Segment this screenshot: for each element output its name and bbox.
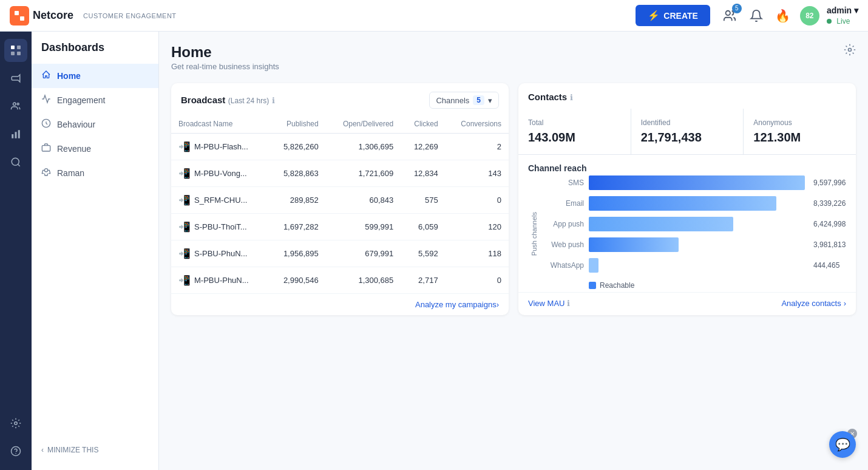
broadcast-row-icon: 📲 [178,221,191,233]
analyze-contacts-arrow: › [844,299,846,308]
broadcast-open-cell: 599,991 [326,214,401,240]
svg-rect-12 [15,132,17,138]
chart-row: Web push 3,981,813 [540,237,856,252]
broadcast-row-icon: 📲 [178,248,191,259]
broadcast-conversions-cell: 143 [446,160,509,187]
broadcast-published-cell: 5,826,260 [269,134,326,160]
contacts-card: Contacts ℹ Total 143.09M Identified 21,7… [518,83,856,315]
users-icon-wrapper[interactable]: 5 [720,6,739,26]
sidebar-item-behaviour[interactable]: Behaviour [32,112,158,137]
behaviour-icon [41,118,51,131]
channels-chevron-icon: ▾ [488,96,492,105]
broadcast-open-cell: 679,991 [326,240,401,267]
contacts-stats-grid: Total 143.09M Identified 21,791,438 Anon… [518,109,856,155]
chat-widget-button[interactable]: 💬 [829,431,856,458]
contacts-info-icon[interactable]: ℹ [570,93,573,102]
bars-area: SMS 9,597,996 Email 8,339,226 App push 6… [540,175,856,292]
total-label: Total [528,118,621,127]
broadcast-info-icon[interactable]: ℹ [272,96,275,105]
main-layout: Dashboards Home Engagement Behaviour [0,32,868,470]
reachable-legend-label: Reachable [600,281,634,290]
sidebar-item-revenue[interactable]: Revenue [32,137,158,161]
contact-stat-anonymous: Anonymous 121.30M [744,109,856,154]
svg-point-9 [13,103,16,106]
sidebar-item-behaviour-label: Behaviour [57,120,95,129]
chart-value: 6,424,998 [813,220,856,228]
svg-rect-7 [11,52,15,55]
col-published: Published [269,115,326,134]
broadcast-table-row: 📲 S-PBU-PhuN... 1,956,895 679,991 5,592 … [171,240,509,267]
chart-bar-container [589,258,805,273]
col-broadcast-name: Broadcast Name [171,115,269,134]
svg-rect-19 [42,146,50,151]
logo-icon [10,6,29,26]
minimize-label: MINIMIZE THIS [47,446,98,454]
logo[interactable]: Netcore [10,6,73,26]
sidebar-title: Dashboards [32,41,158,64]
broadcast-table-row: 📲 M-PBU-Vong... 5,828,863 1,721,609 12,8… [171,160,509,187]
sidebar-item-raman[interactable]: Raman [32,161,158,185]
anonymous-label: Anonymous [753,118,846,127]
sidebar-item-home[interactable]: Home [32,64,158,88]
channels-filter-button[interactable]: Channels 5 ▾ [429,92,499,109]
total-value: 143.09M [528,131,621,145]
broadcast-table-row: 📲 S_RFM-CHU... 289,852 60,843 575 0 [171,187,509,214]
col-open: Open/Delivered [326,115,401,134]
dashboard-grid: Broadcast (Last 24 hrs) ℹ Channels 5 ▾ B… [171,83,856,315]
contact-stat-identified: Identified 21,791,438 [631,109,744,154]
sidebar-icon-grid[interactable] [4,39,27,62]
sidebar-icon-support[interactable] [4,440,27,463]
minimize-button[interactable]: ‹ MINIMIZE THIS [32,440,108,460]
contacts-title-group: Contacts ℹ [528,92,573,103]
broadcast-name-cell: 📲 M-PBU-PhuN... [171,267,269,294]
top-navigation: Netcore CUSTOMER ENGAGEMENT ⚡ CREATE 5 🔥… [0,0,868,32]
chart-row: SMS 9,597,996 [540,175,856,190]
broadcast-table-row: 📲 M-PBU-Flash... 5,826,260 1,306,695 12,… [171,134,509,160]
sidebar-icon-search[interactable] [4,151,27,174]
broadcast-table: Broadcast Name Published Open/Delivered … [171,115,509,294]
broadcast-clicked-cell: 2,717 [401,267,445,294]
broadcast-published-cell: 1,956,895 [269,240,326,267]
svg-rect-6 [17,46,21,49]
analyze-contacts-link[interactable]: Analyze contacts › [781,299,846,308]
notification-icon-wrapper[interactable] [747,6,766,26]
admin-area[interactable]: admin ▾ Live [827,5,858,26]
broadcast-name-cell: 📲 S_RFM-CHU... [171,187,269,214]
broadcast-clicked-cell: 575 [401,187,445,214]
contact-stat-total: Total 143.09M [518,109,631,154]
page-settings-icon[interactable] [844,44,856,59]
sidebar-item-raman-label: Raman [57,168,84,178]
analyze-campaigns-link[interactable]: Analyze my campaigns › [171,294,509,315]
contacts-card-footer: View MAU ℹ Analyze contacts › [518,292,856,314]
chart-value: 3,981,813 [813,240,856,249]
sidebar-icon-people[interactable] [4,95,27,118]
chart-value: 444,465 [813,261,856,270]
broadcast-open-cell: 60,843 [326,187,401,214]
flame-icon-wrapper[interactable]: 🔥 [773,6,793,26]
svg-point-20 [44,169,47,172]
channel-reach-chart: Push channels SMS 9,597,996 Email 8,339,… [518,175,856,292]
chart-label: WhatsApp [540,261,584,270]
mau-info-icon[interactable]: ℹ [567,299,570,308]
score-badge[interactable]: 82 [800,6,819,26]
create-label: CREATE [663,11,698,21]
broadcast-row-icon: 📲 [178,194,191,206]
sidebar-item-engagement[interactable]: Engagement [32,88,158,112]
chart-bar [589,237,679,252]
contacts-title: Contacts [528,92,567,102]
product-label: CUSTOMER ENGAGEMENT [83,12,177,19]
broadcast-published-cell: 5,828,863 [269,160,326,187]
view-mau-link[interactable]: View MAU ℹ [528,299,570,308]
svg-point-14 [12,158,19,165]
broadcast-title: Broadcast [181,95,225,105]
create-button[interactable]: ⚡ CREATE [636,5,710,26]
sidebar-icon-chart[interactable] [4,123,27,146]
broadcast-open-cell: 1,721,609 [326,160,401,187]
sidebar-icon-megaphone[interactable] [4,67,27,90]
chart-bar [589,217,733,231]
sidebar-icon-settings[interactable] [4,412,27,435]
broadcast-clicked-cell: 12,834 [401,160,445,187]
svg-point-17 [16,453,16,454]
channels-label: Channels [436,96,469,105]
broadcast-name-cell: 📲 S-PBU-PhuN... [171,240,269,267]
